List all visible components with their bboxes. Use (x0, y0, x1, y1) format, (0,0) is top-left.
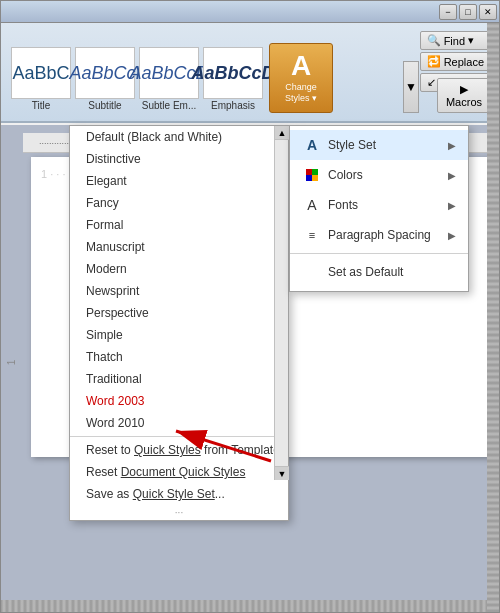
dropdown-item-newsprint[interactable]: Newsprint (70, 280, 288, 302)
submenu-item-fonts[interactable]: A Fonts ▶ (290, 190, 468, 220)
close-button[interactable]: ✕ (479, 4, 497, 20)
find-icon: 🔍 (427, 34, 441, 47)
page-left-margin: 1 (1, 125, 23, 600)
style-preview-title: AaBbC (11, 47, 71, 99)
submenu-arrow-colors: ▶ (448, 170, 456, 181)
title-bar-buttons: − □ ✕ (439, 4, 497, 20)
style-preview-emphasis: AaBbCcD (203, 47, 263, 99)
style-preview-subtitle: AaBbCcI (75, 47, 135, 99)
style-label-subtitle: Subtitle (75, 100, 135, 111)
fonts-icon: A (302, 195, 322, 215)
maximize-button[interactable]: □ (459, 4, 477, 20)
macros-icon: ▶ (460, 83, 468, 96)
change-styles-button[interactable]: A ChangeStyles ▾ (269, 43, 333, 113)
torn-bottom-edge (1, 600, 487, 612)
style-set-dropdown[interactable]: ▲ ▼ Default (Black and White) Distinctiv… (69, 125, 289, 521)
quick-style-set-link[interactable]: Quick Style Set (133, 487, 215, 501)
find-button[interactable]: 🔍 Find ▾ (420, 31, 491, 50)
find-dropdown-icon: ▾ (468, 34, 474, 47)
dropdown-scrollbar[interactable]: ▲ ▼ (274, 126, 288, 480)
submenu-separator (290, 253, 468, 254)
dropdown-item-manuscript[interactable]: Manuscript (70, 236, 288, 258)
document-quick-styles-link[interactable]: Document Quick Styles (121, 465, 246, 479)
dropdown-separator-1 (70, 436, 288, 437)
dropdown-item-fancy[interactable]: Fancy (70, 192, 288, 214)
style-label-emphasis: Emphasis (203, 100, 263, 111)
style-gallery-area: AaBbC Title AaBbCcI Subtitle AaBbCcD Sub… (9, 45, 265, 117)
dropdown-item-distinctive[interactable]: Distinctive (70, 148, 288, 170)
dropdown-item-elegant[interactable]: Elegant (70, 170, 288, 192)
dropdown-item-word2010[interactable]: Word 2010 (70, 412, 288, 434)
style-item-title[interactable]: AaBbC Title (9, 45, 73, 113)
ribbon: AaBbC Title AaBbCcI Subtitle AaBbCcD Sub… (1, 23, 499, 123)
torn-right-edge (487, 23, 499, 612)
dropdown-item-formal[interactable]: Formal (70, 214, 288, 236)
minimize-button[interactable]: − (439, 4, 457, 20)
svg-rect-1 (312, 169, 318, 175)
svg-rect-2 (306, 175, 312, 181)
submenu-item-colors[interactable]: Colors ▶ (290, 160, 468, 190)
style-set-icon: A (302, 135, 322, 155)
dropdown-footer-reset-doc[interactable]: Reset Document Quick Styles (70, 461, 288, 483)
set-default-icon (302, 262, 322, 282)
change-styles-submenu[interactable]: A Style Set ▶ Colors ▶ A Fonts ▶ ≡ (289, 125, 469, 292)
dropdown-item-thatch[interactable]: Thatch (70, 346, 288, 368)
svg-rect-3 (312, 175, 318, 181)
title-bar: − □ ✕ (1, 1, 499, 23)
scroll-up-button[interactable]: ▲ (275, 126, 289, 140)
style-label-title: Title (11, 100, 71, 111)
submenu-arrow-paragraph: ▶ (448, 230, 456, 241)
paragraph-spacing-icon: ≡ (302, 225, 322, 245)
style-label-subtle-em: Subtle Em... (139, 100, 199, 111)
macros-button[interactable]: ▶ Macros (437, 78, 491, 113)
quick-styles-link[interactable]: Quick Styles (134, 443, 201, 457)
submenu-arrow-style-set: ▶ (448, 140, 456, 151)
scroll-down-button[interactable]: ▼ (275, 466, 289, 480)
dropdown-item-perspective[interactable]: Perspective (70, 302, 288, 324)
submenu-item-paragraph-spacing[interactable]: ≡ Paragraph Spacing ▶ (290, 220, 468, 250)
dropdown-item-modern[interactable]: Modern (70, 258, 288, 280)
change-styles-icon: A (291, 52, 311, 80)
replace-button[interactable]: 🔁 Replace (420, 52, 491, 71)
dropdown-item-default[interactable]: Default (Black and White) (70, 126, 288, 148)
dropdown-item-word2003[interactable]: Word 2003 (70, 390, 288, 412)
svg-rect-0 (306, 169, 312, 175)
gallery-scroll-arrow[interactable]: ▼ (403, 61, 419, 113)
dropdown-ellipsis: ··· (70, 505, 288, 520)
word-window: − □ ✕ AaBbC Title AaBbCcI Subtitle (0, 0, 500, 613)
dropdown-item-traditional[interactable]: Traditional (70, 368, 288, 390)
style-preview-subtle-em: AaBbCcD (139, 47, 199, 99)
style-item-subtitle[interactable]: AaBbCcI Subtitle (73, 45, 137, 113)
dropdown-footer-save-as[interactable]: Save as Quick Style Set... (70, 483, 288, 505)
dropdown-item-simple[interactable]: Simple (70, 324, 288, 346)
colors-icon (302, 165, 322, 185)
submenu-arrow-fonts: ▶ (448, 200, 456, 211)
select-icon: ↙ (427, 76, 436, 89)
page-number: 1 (7, 360, 18, 366)
change-styles-label: ChangeStyles ▾ (285, 82, 317, 104)
style-item-emphasis[interactable]: AaBbCcD Emphasis (201, 45, 265, 113)
submenu-item-style-set[interactable]: A Style Set ▶ (290, 130, 468, 160)
replace-icon: 🔁 (427, 55, 441, 68)
dropdown-footer-reset-quick[interactable]: Reset to Quick Styles from Template (70, 439, 288, 461)
submenu-item-set-default[interactable]: Set as Default (290, 257, 468, 287)
